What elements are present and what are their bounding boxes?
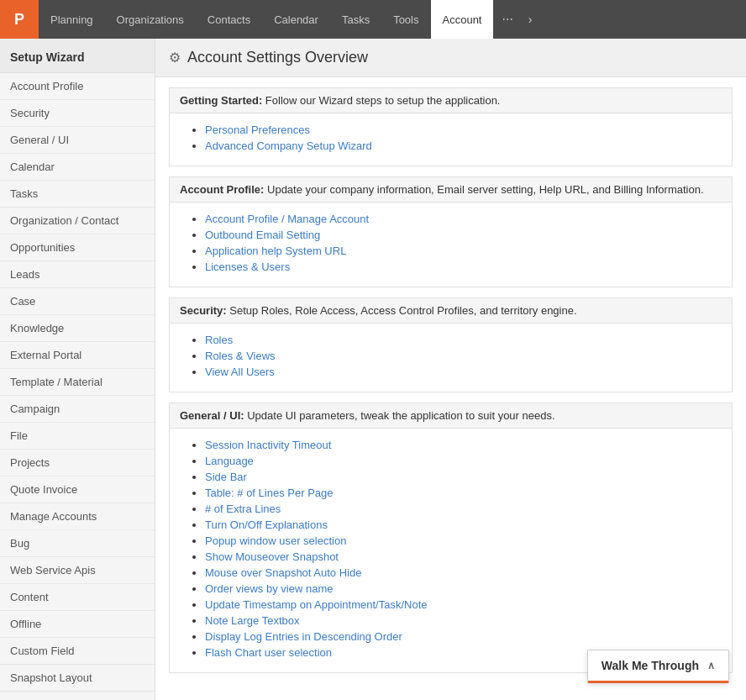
app-logo[interactable]: P <box>0 0 39 39</box>
link-licenses-users[interactable]: Licenses & Users <box>205 261 290 273</box>
sidebar-item-external-portal[interactable]: External Portal <box>0 342 155 369</box>
sidebar: Setup Wizard Account Profile Security Ge… <box>0 39 155 700</box>
link-display-log-entries[interactable]: Display Log Entries in Descending Order <box>205 630 402 643</box>
list-item: # of Extra Lines <box>205 503 718 515</box>
walk-me-label: Walk Me Through <box>602 659 699 672</box>
sidebar-item-email-templates[interactable]: Email Templates <box>0 692 155 700</box>
sidebar-item-file[interactable]: File <box>0 423 155 450</box>
link-personal-preferences[interactable]: Personal Preferences <box>205 124 310 136</box>
top-nav: P Planning Organizations Contacts Calend… <box>0 0 746 39</box>
list-item: Turn On/Off Explanations <box>205 518 718 531</box>
sidebar-item-projects[interactable]: Projects <box>0 450 155 476</box>
link-mouse-over-auto-hide[interactable]: Mouse over Snapshot Auto Hide <box>205 566 361 579</box>
section-links-general-ui: Session Inactivity Timeout Language Side… <box>169 429 733 673</box>
section-header-account-profile: Account Profile: Update your company inf… <box>169 176 733 203</box>
link-note-large-textbox[interactable]: Note Large Textbox <box>205 614 300 627</box>
link-account-profile-manage[interactable]: Account Profile / Manage Account <box>205 213 369 225</box>
link-roles[interactable]: Roles <box>205 334 233 346</box>
sidebar-item-quote-invoice[interactable]: Quote Invoice <box>0 476 155 503</box>
link-outbound-email[interactable]: Outbound Email Setting <box>205 229 320 241</box>
nav-item-tools[interactable]: Tools <box>381 0 430 39</box>
list-item: Personal Preferences <box>205 124 718 136</box>
section-header-security: Security: Setup Roles, Role Access, Acce… <box>169 297 733 324</box>
link-view-all-users[interactable]: View All Users <box>205 366 275 378</box>
nav-item-planning[interactable]: Planning <box>39 0 105 39</box>
section-links-account-profile: Account Profile / Manage Account Outboun… <box>169 203 733 287</box>
list-item: Language <box>205 455 718 467</box>
section-bold-security: Security: <box>180 304 227 317</box>
section-links-getting-started: Personal Preferences Advanced Company Se… <box>169 113 733 166</box>
sidebar-item-offline[interactable]: Offline <box>0 611 155 638</box>
nav-items: Planning Organizations Contacts Calendar… <box>39 0 539 39</box>
section-header-general-ui: General / UI: Update UI parameters, twea… <box>169 403 733 429</box>
list-item: Account Profile / Manage Account <box>205 213 718 225</box>
link-update-timestamp[interactable]: Update Timestamp on Appointment/Task/Not… <box>205 598 427 611</box>
nav-item-calendar[interactable]: Calendar <box>262 0 330 39</box>
sidebar-item-calendar[interactable]: Calendar <box>0 154 155 181</box>
page-title-bar: ⚙ Account Settings Overview <box>155 39 746 77</box>
list-item: Session Inactivity Timeout <box>205 439 718 451</box>
walk-me-through-button[interactable]: Walk Me Through ∧ <box>587 650 729 683</box>
link-app-help-url[interactable]: Application help System URL <box>205 245 346 257</box>
content-area: ⚙ Account Settings Overview Getting Star… <box>155 39 746 700</box>
list-item: Advanced Company Setup Wizard <box>205 139 718 152</box>
list-item: Display Log Entries in Descending Order <box>205 630 718 643</box>
nav-item-tasks[interactable]: Tasks <box>330 0 381 39</box>
sidebar-item-general-ui[interactable]: General / UI <box>0 127 155 154</box>
sidebar-item-bug[interactable]: Bug <box>0 530 155 557</box>
nav-more-button[interactable]: ··· <box>493 0 521 39</box>
list-item: Side Bar <box>205 471 718 483</box>
section-bold-getting-started: Getting Started: <box>180 94 262 107</box>
section-text-security: Setup Roles, Role Access, Access Control… <box>227 304 577 317</box>
sidebar-item-org-contact[interactable]: Organization / Contact <box>0 208 155 234</box>
section-bold-account-profile: Account Profile: <box>180 183 264 196</box>
list-item: Update Timestamp on Appointment/Task/Not… <box>205 598 718 611</box>
list-item: Licenses & Users <box>205 261 718 273</box>
section-bold-general-ui: General / UI: <box>180 409 244 422</box>
sidebar-item-campaign[interactable]: Campaign <box>0 396 155 423</box>
link-advanced-company-setup[interactable]: Advanced Company Setup Wizard <box>205 139 372 152</box>
link-roles-views[interactable]: Roles & Views <box>205 350 276 362</box>
sidebar-item-tasks[interactable]: Tasks <box>0 181 155 208</box>
link-table-lines-per-page[interactable]: Table: # of Lines Per Page <box>205 487 334 499</box>
list-item: Table: # of Lines Per Page <box>205 487 718 499</box>
sidebar-item-snapshot-layout[interactable]: Snapshot Layout <box>0 665 155 692</box>
link-extra-lines[interactable]: # of Extra Lines <box>205 503 281 515</box>
link-order-views-by-name[interactable]: Order views by view name <box>205 582 333 595</box>
list-item: Mouse over Snapshot Auto Hide <box>205 566 718 579</box>
section-text-getting-started: Follow our Wizard steps to setup the app… <box>262 94 500 107</box>
walk-me-chevron-icon: ∧ <box>707 660 715 671</box>
nav-item-contacts[interactable]: Contacts <box>196 0 262 39</box>
section-text-account-profile: Update your company information, Email s… <box>264 183 703 196</box>
content-body: Getting Started: Follow our Wizard steps… <box>155 77 746 693</box>
link-turn-on-off-explanations[interactable]: Turn On/Off Explanations <box>205 518 328 531</box>
main-layout: Setup Wizard Account Profile Security Ge… <box>0 39 746 700</box>
nav-item-organizations[interactable]: Organizations <box>105 0 196 39</box>
sidebar-item-manage-accounts[interactable]: Manage Accounts <box>0 503 155 530</box>
sidebar-item-knowledge[interactable]: Knowledge <box>0 315 155 342</box>
sidebar-item-web-service-apis[interactable]: Web Service Apis <box>0 557 155 584</box>
sidebar-item-template-material[interactable]: Template / Material <box>0 369 155 396</box>
list-item: Show Mouseover Snapshot <box>205 550 718 563</box>
link-session-inactivity[interactable]: Session Inactivity Timeout <box>205 439 331 451</box>
nav-chevron-button[interactable]: › <box>522 0 539 39</box>
link-show-mouseover-snapshot[interactable]: Show Mouseover Snapshot <box>205 550 339 563</box>
sidebar-header: Setup Wizard <box>0 39 155 73</box>
list-item: Roles & Views <box>205 350 718 362</box>
sidebar-item-leads[interactable]: Leads <box>0 261 155 288</box>
link-language[interactable]: Language <box>205 455 254 467</box>
list-item: Roles <box>205 334 718 346</box>
list-item: Order views by view name <box>205 582 718 595</box>
sidebar-item-account-profile[interactable]: Account Profile <box>0 73 155 100</box>
nav-item-account[interactable]: Account <box>431 0 494 39</box>
sidebar-item-opportunities[interactable]: Opportunities <box>0 234 155 261</box>
link-side-bar[interactable]: Side Bar <box>205 471 247 483</box>
section-links-security: Roles Roles & Views View All Users <box>169 324 733 392</box>
link-flash-chart[interactable]: Flash Chart user selection <box>205 646 332 659</box>
sidebar-item-content[interactable]: Content <box>0 584 155 611</box>
page-title: Account Settings Overview <box>187 49 368 66</box>
sidebar-item-security[interactable]: Security <box>0 100 155 127</box>
sidebar-item-custom-field[interactable]: Custom Field <box>0 638 155 665</box>
link-popup-window[interactable]: Popup window user selection <box>205 534 346 547</box>
sidebar-item-case[interactable]: Case <box>0 288 155 315</box>
